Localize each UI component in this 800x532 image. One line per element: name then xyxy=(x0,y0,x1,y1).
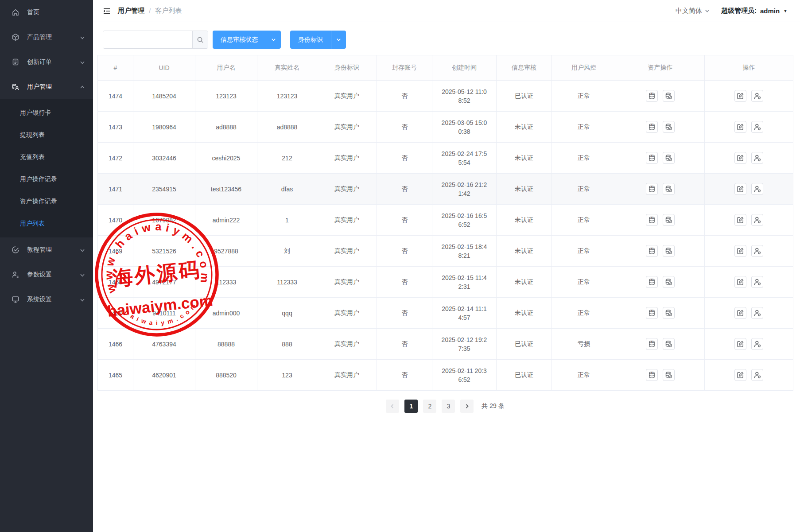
add-funds-button[interactable]: $ xyxy=(646,245,658,257)
sidebar-item-orders[interactable]: 创新订单 xyxy=(0,50,93,74)
pagination-page-3[interactable]: 3 xyxy=(442,400,455,413)
cell-risk: 正常 xyxy=(552,298,616,329)
sidebar-item-recharge-list[interactable]: 充值列表 xyxy=(0,146,93,168)
breadcrumb-section[interactable]: 用户管理 xyxy=(118,7,144,15)
cell-sealed: 否 xyxy=(377,174,432,205)
audit-filter-dropdown-arrow[interactable] xyxy=(266,31,281,49)
edit-user-button[interactable] xyxy=(734,214,746,226)
edit-user-button[interactable] xyxy=(734,276,746,288)
cell-seq: 1467 xyxy=(98,298,133,329)
cell-seq: 1473 xyxy=(98,112,133,143)
sidebar-item-parameters[interactable]: 参数设置 xyxy=(0,262,93,287)
coins-dollar-icon: $ xyxy=(648,154,656,162)
cell-uid: 4620901 xyxy=(133,360,195,391)
user-verify-button[interactable] xyxy=(751,245,763,257)
deduct-funds-button[interactable] xyxy=(663,183,675,195)
cell-sealed: 否 xyxy=(377,298,432,329)
cell-asset-ops: $ xyxy=(616,81,705,112)
add-funds-button[interactable]: $ xyxy=(646,276,658,288)
add-funds-button[interactable]: $ xyxy=(646,121,658,133)
edit-user-button[interactable] xyxy=(734,152,746,164)
deduct-funds-button[interactable] xyxy=(663,214,675,226)
edit-user-button[interactable] xyxy=(734,245,746,257)
cell-actions xyxy=(705,267,793,298)
chevron-down-icon xyxy=(271,37,276,42)
sidebar-item-user-list[interactable]: 用户列表 xyxy=(0,213,93,235)
language-selector[interactable]: 中文简体 xyxy=(676,7,710,15)
sidebar-item-user-bankcards[interactable]: 用户银行卡 xyxy=(0,102,93,124)
user-verify-button[interactable] xyxy=(751,121,763,133)
user-verify-button[interactable] xyxy=(751,90,763,102)
pagination-next-button[interactable] xyxy=(460,400,474,413)
user-verify-button[interactable] xyxy=(751,307,763,319)
add-funds-button[interactable]: $ xyxy=(646,90,658,102)
deduct-funds-button[interactable] xyxy=(663,338,675,350)
user-verify-button[interactable] xyxy=(751,276,763,288)
pagination-page-1[interactable]: 1 xyxy=(404,400,418,413)
edit-user-button[interactable] xyxy=(734,369,746,381)
sidebar-item-user-management[interactable]: 用户管理 xyxy=(0,74,93,99)
cell-uid: 4763394 xyxy=(133,329,195,360)
cell-sealed: 否 xyxy=(377,143,432,174)
deduct-funds-button[interactable] xyxy=(663,152,675,164)
deduct-funds-button[interactable] xyxy=(663,121,675,133)
add-funds-button[interactable]: $ xyxy=(646,152,658,164)
user-verify-button[interactable] xyxy=(751,369,763,381)
cell-actions xyxy=(705,329,793,360)
sidebar-item-system[interactable]: 系统设置 xyxy=(0,287,93,312)
sidebar-fold-icon[interactable] xyxy=(102,6,112,16)
cell-created: 2025-02-16 21:2 1:42 xyxy=(432,174,497,205)
deduct-funds-button[interactable] xyxy=(663,90,675,102)
sidebar-item-asset-op-log[interactable]: 资产操作记录 xyxy=(0,190,93,213)
pagination-page-2[interactable]: 2 xyxy=(423,400,436,413)
table-row: 1471 2354915 test123456 dfas 真实用户 否 2025… xyxy=(98,174,793,205)
add-funds-button[interactable]: $ xyxy=(646,214,658,226)
search-button[interactable] xyxy=(192,31,208,48)
deduct-funds-button[interactable] xyxy=(663,307,675,319)
cell-realname: 112333 xyxy=(257,267,317,298)
cell-username: admin000 xyxy=(195,298,257,329)
cell-audit: 未认证 xyxy=(497,205,552,236)
cell-username: test123456 xyxy=(195,174,257,205)
sidebar-item-withdraw-list[interactable]: 提现列表 xyxy=(0,124,93,146)
add-funds-button[interactable]: $ xyxy=(646,183,658,195)
sidebar-item-home[interactable]: 首页 xyxy=(0,0,93,25)
user-verify-button[interactable] xyxy=(751,183,763,195)
chevron-up-icon xyxy=(80,84,85,89)
admin-user-menu[interactable]: 超级管理员: admin ▼ xyxy=(721,7,788,15)
cell-username: admin222 xyxy=(195,205,257,236)
coins-block-icon xyxy=(665,216,672,224)
cell-seq: 1470 xyxy=(98,205,133,236)
edit-user-button[interactable] xyxy=(734,90,746,102)
edit-user-button[interactable] xyxy=(734,183,746,195)
cell-identity: 真实用户 xyxy=(317,205,377,236)
edit-user-button[interactable] xyxy=(734,338,746,350)
sidebar-item-user-op-log[interactable]: 用户操作记录 xyxy=(0,168,93,190)
column-header-identity: 身份标识 xyxy=(317,55,377,81)
cell-seq: 1465 xyxy=(98,360,133,391)
add-funds-button[interactable]: $ xyxy=(646,307,658,319)
user-shield-icon xyxy=(753,278,761,286)
edit-icon xyxy=(737,247,744,255)
search-input[interactable] xyxy=(103,31,192,48)
identity-filter-button[interactable]: 身份标识 xyxy=(290,31,346,49)
add-funds-button[interactable]: $ xyxy=(646,338,658,350)
sidebar-item-tutorials[interactable]: 教程管理 xyxy=(0,237,93,262)
chevron-down-icon xyxy=(80,59,85,65)
sidebar-item-label: 创新订单 xyxy=(27,58,80,66)
deduct-funds-button[interactable] xyxy=(663,276,675,288)
audit-status-filter-button[interactable]: 信息审核状态 xyxy=(213,31,281,49)
deduct-funds-button[interactable] xyxy=(663,245,675,257)
sidebar-item-products[interactable]: 产品管理 xyxy=(0,25,93,50)
deduct-funds-button[interactable] xyxy=(663,369,675,381)
edit-user-button[interactable] xyxy=(734,307,746,319)
user-verify-button[interactable] xyxy=(751,152,763,164)
user-verify-button[interactable] xyxy=(751,214,763,226)
pagination-prev-button[interactable] xyxy=(386,400,399,413)
cell-uid: 4972177 xyxy=(133,267,195,298)
identity-filter-dropdown-arrow[interactable] xyxy=(331,31,346,49)
add-funds-button[interactable]: $ xyxy=(646,369,658,381)
cell-uid: 2354915 xyxy=(133,174,195,205)
edit-user-button[interactable] xyxy=(734,121,746,133)
user-verify-button[interactable] xyxy=(751,338,763,350)
